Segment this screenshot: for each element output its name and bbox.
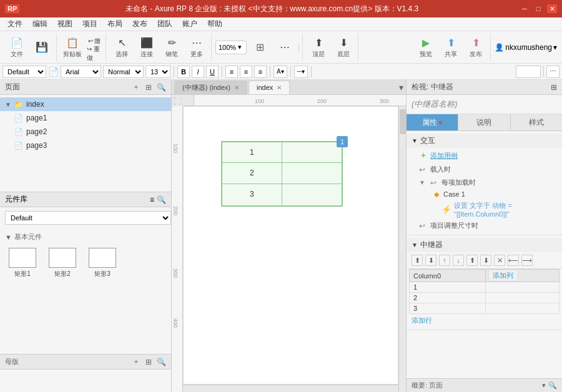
- add-row-link[interactable]: 添加行: [407, 314, 562, 327]
- maximize-button[interactable]: □: [533, 4, 543, 13]
- tab-dropdown-button[interactable]: ▾: [399, 82, 403, 92]
- tab-close-parent[interactable]: ✕: [234, 84, 239, 91]
- repeater-section-header[interactable]: ▼ 中继器: [407, 238, 562, 252]
- page-item-page2[interactable]: 📄 page2: [0, 125, 171, 139]
- menu-item-edit[interactable]: 编辑: [27, 17, 52, 31]
- rep-btn-2[interactable]: ⬇: [425, 255, 436, 266]
- status-filter-icon[interactable]: ▾: [542, 381, 546, 390]
- size-select[interactable]: 13: [145, 66, 170, 78]
- cell-row3-col0[interactable]: 3: [410, 303, 486, 314]
- close-button[interactable]: ✕: [547, 4, 557, 13]
- rep-btn-5[interactable]: ⬆: [466, 255, 478, 266]
- more2-button[interactable]: ⋯: [273, 35, 297, 60]
- rep-btn-9[interactable]: ⟶: [521, 255, 533, 266]
- rep-btn-6[interactable]: ⬇: [480, 255, 491, 266]
- tab-index-parent[interactable]: (中继器) (index) ✕: [174, 81, 247, 94]
- page-item-page3[interactable]: 📄 page3: [0, 139, 171, 152]
- rep-btn-3[interactable]: ↑: [439, 255, 450, 266]
- scrollbar-v-thumb[interactable]: [400, 109, 406, 134]
- widget-item-rect3[interactable]: 矩形3: [85, 248, 120, 278]
- canvas-scrollbar-v[interactable]: [398, 106, 406, 392]
- connect-tool-button[interactable]: ⬛ 连接: [135, 35, 159, 60]
- add-column-button[interactable]: 添加列: [488, 270, 517, 280]
- pen-tool-button[interactable]: ✏ 钢笔: [160, 35, 184, 60]
- share-button[interactable]: ⬆ 共享: [439, 35, 463, 60]
- page-file-icon3: 📄: [14, 141, 24, 150]
- repeater-widget[interactable]: 1 1 2 3: [221, 141, 343, 207]
- zoom-selector[interactable]: 100% ▾: [215, 41, 247, 54]
- publish-button[interactable]: ⬆ 发布: [464, 35, 488, 60]
- save-icon: 💾: [35, 41, 49, 54]
- event-load: ↩ 载入时: [407, 163, 562, 176]
- canvas-scrollbar-h[interactable]: [183, 385, 398, 392]
- menu-item-help[interactable]: 帮助: [202, 17, 227, 31]
- add-case-item[interactable]: ＋ 添加用例: [407, 148, 562, 163]
- more-tools-button[interactable]: ⋯ 更多: [185, 35, 209, 60]
- align-left-button[interactable]: ≡: [225, 66, 238, 78]
- align-center-button[interactable]: ≡: [240, 66, 252, 78]
- user-dropdown-icon[interactable]: ▾: [553, 43, 557, 52]
- cell-row1-col0[interactable]: 1: [410, 282, 486, 293]
- rep-btn-4[interactable]: ↓: [453, 255, 464, 266]
- masters-search-icon[interactable]: 🔍: [156, 357, 166, 367]
- pages-add-icon[interactable]: ＋: [131, 82, 141, 92]
- bold-button[interactable]: B: [177, 66, 190, 78]
- align-right-button[interactable]: ≡: [254, 66, 267, 78]
- page-item-page1[interactable]: 📄 page1: [0, 111, 171, 125]
- page-item-index[interactable]: ▼ 📁 index: [0, 97, 171, 111]
- page-style-select[interactable]: Default: [2, 66, 46, 78]
- tab-style[interactable]: 样式: [511, 114, 562, 130]
- menu-item-view[interactable]: 视图: [52, 17, 77, 31]
- minimize-button[interactable]: ─: [520, 4, 530, 13]
- tab-index[interactable]: index ✕: [249, 81, 290, 94]
- status-search-icon[interactable]: 🔍: [548, 381, 557, 390]
- bottom-layer-button[interactable]: ⬇ 底层: [332, 35, 355, 60]
- top-layer-button[interactable]: ⬆ 顶层: [307, 35, 330, 60]
- more-label: 更多: [190, 50, 203, 59]
- masters-add-icon[interactable]: ＋: [131, 357, 141, 367]
- pages-search-icon[interactable]: 🔍: [156, 82, 166, 92]
- canvas-container[interactable]: 100 200 300 100 200 300 400 1 1: [172, 95, 406, 392]
- border-style-button[interactable]: ─▾: [294, 66, 308, 78]
- interactions-header[interactable]: ▼ 交互: [407, 134, 562, 148]
- pages-add2-icon[interactable]: ⊞: [144, 82, 154, 92]
- style-select[interactable]: Normal: [103, 66, 144, 78]
- add-case-link[interactable]: 添加用例: [430, 151, 458, 160]
- menu-item-project[interactable]: 项目: [77, 17, 102, 31]
- clipboard-button[interactable]: 📋 剪贴板: [61, 35, 84, 60]
- widget-menu-icon[interactable]: ≡: [150, 195, 154, 204]
- app-logo: RP: [5, 4, 19, 13]
- rep-btn-7[interactable]: ✕: [494, 255, 505, 266]
- more-format-button[interactable]: ⋯: [546, 66, 560, 78]
- fill-color-button[interactable]: [516, 66, 541, 78]
- menu-item-team[interactable]: 团队: [152, 17, 177, 31]
- underline-button[interactable]: U: [206, 66, 219, 78]
- menu-item-account[interactable]: 账户: [177, 17, 202, 31]
- masters-add2-icon[interactable]: ⊞: [144, 357, 154, 367]
- widget-item-rect2[interactable]: 矩形2: [45, 248, 80, 278]
- select-tool-button[interactable]: ↖ 选择: [110, 35, 134, 60]
- right-panel-expand-icon[interactable]: ⊞: [551, 83, 557, 92]
- menu-item-file[interactable]: 文件: [2, 17, 27, 31]
- menu-item-layout[interactable]: 布局: [102, 17, 127, 31]
- col-header-column0[interactable]: Column0: [410, 270, 486, 282]
- tab-properties[interactable]: 属性: [407, 114, 458, 130]
- new-file-button[interactable]: 📄 文件: [5, 35, 29, 60]
- widget-search-icon[interactable]: 🔍: [157, 195, 166, 204]
- font-color-button[interactable]: A▾: [274, 66, 287, 78]
- pages-panel-header: 页面 ＋ ⊞ 🔍: [0, 80, 171, 95]
- save-button[interactable]: 💾: [30, 35, 54, 60]
- rep-btn-1[interactable]: ⬆: [412, 255, 423, 266]
- menu-item-publish[interactable]: 发布: [127, 17, 152, 31]
- library-selector[interactable]: Default: [5, 211, 171, 225]
- widget-item-rect1[interactable]: 矩形1: [5, 248, 40, 278]
- cell-row2-col0[interactable]: 2: [410, 293, 486, 303]
- fit-button[interactable]: ⊞: [248, 35, 272, 60]
- font-select[interactable]: Arial: [61, 66, 101, 78]
- tab-notes[interactable]: 说明: [458, 114, 510, 130]
- redo-button[interactable]: ↪ 重做: [86, 48, 103, 59]
- preview-button[interactable]: ▶ 预览: [414, 35, 438, 60]
- italic-button[interactable]: I: [192, 66, 204, 78]
- rep-btn-8[interactable]: ⟵: [508, 255, 519, 266]
- tab-close-index[interactable]: ✕: [277, 84, 282, 91]
